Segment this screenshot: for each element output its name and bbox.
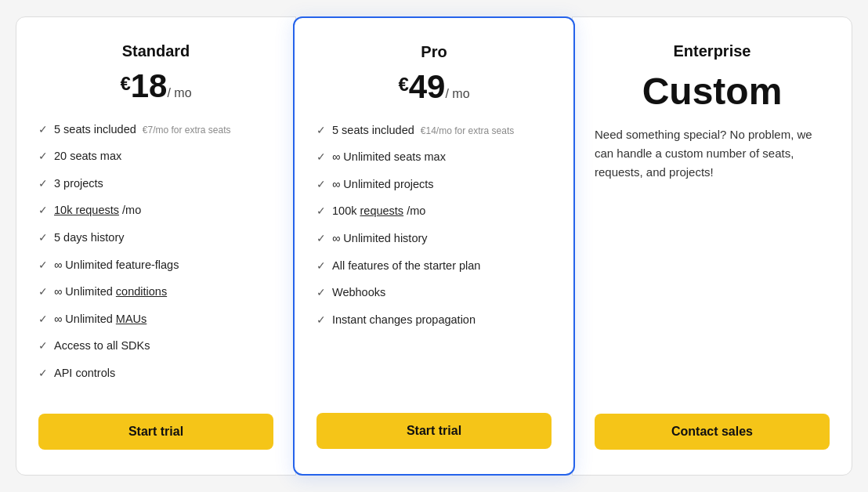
pro-start-trial-button[interactable]: Start trial (316, 413, 552, 449)
list-item: ✓ 5 seats included €7/mo for extra seats (38, 121, 273, 138)
list-item: ✓ API controls (38, 365, 273, 382)
list-item: ✓ 5 seats included €14/mo for extra seat… (316, 122, 552, 139)
list-item: ✓ 3 projects (38, 175, 273, 192)
pro-plan-card: Pro €49/ mo ✓ 5 seats included €14/mo fo… (293, 16, 575, 476)
check-icon: ✓ (316, 150, 326, 165)
check-icon: ✓ (38, 122, 48, 138)
enterprise-plan-name: Enterprise (595, 42, 830, 60)
feature-extra: €7/mo for extra seats (143, 125, 231, 136)
check-icon: ✓ (38, 258, 48, 273)
list-item: ✓ ∞ Unlimited MAUs (38, 311, 273, 327)
pro-currency: € (398, 74, 408, 95)
check-icon: ✓ (38, 230, 48, 246)
check-icon: ✓ (316, 177, 326, 193)
list-item: ✓ Webhooks (316, 284, 552, 301)
check-icon: ✓ (38, 366, 48, 382)
check-icon: ✓ (38, 203, 48, 219)
check-icon: ✓ (316, 231, 326, 247)
pro-price-amount: 49 (409, 68, 446, 105)
list-item: ✓ ∞ Unlimited feature-flags (38, 257, 273, 273)
check-icon: ✓ (316, 313, 326, 328)
check-icon: ✓ (38, 338, 48, 354)
list-item: ✓ ∞ Unlimited conditions (38, 284, 273, 300)
pro-plan-name: Pro (316, 43, 552, 61)
standard-start-trial-button[interactable]: Start trial (38, 414, 273, 450)
list-item: ✓ ∞ Unlimited history (316, 230, 552, 247)
enterprise-plan-card: Enterprise Custom Need something special… (572, 16, 852, 476)
pro-features-list: ✓ 5 seats included €14/mo for extra seat… (316, 122, 552, 392)
pricing-container: Standard €18/ mo ✓ 5 seats included €7/m… (16, 16, 852, 476)
check-icon: ✓ (38, 149, 48, 165)
standard-currency: € (120, 73, 130, 94)
standard-price-amount: 18 (131, 67, 168, 104)
check-icon: ✓ (316, 259, 326, 274)
check-icon: ✓ (316, 285, 326, 301)
standard-plan-price: €18/ mo (38, 70, 273, 103)
pro-plan-price: €49/ mo (316, 71, 552, 103)
list-item: ✓ 100k requests /mo (316, 203, 552, 219)
feature-extra: €14/mo for extra seats (421, 125, 514, 136)
check-icon: ✓ (38, 312, 48, 327)
check-icon: ✓ (316, 123, 326, 139)
enterprise-description: Need something special? No problem, we c… (595, 125, 830, 393)
standard-features-list: ✓ 5 seats included €7/mo for extra seats… (38, 121, 273, 393)
list-item: ✓ Instant changes propagation (316, 312, 552, 328)
list-item: ✓ Access to all SDKs (38, 338, 273, 354)
list-item: ✓ 20 seats max (38, 148, 273, 165)
pro-price-period: / mo (445, 87, 469, 100)
list-item: ✓ ∞ Unlimited projects (316, 176, 552, 193)
standard-plan-card: Standard €18/ mo ✓ 5 seats included €7/m… (16, 16, 296, 476)
list-item: ✓ ∞ Unlimited seats max (316, 149, 552, 165)
standard-price-period: / mo (167, 86, 191, 99)
check-icon: ✓ (38, 284, 48, 300)
list-item: ✓ 5 days history (38, 230, 273, 246)
standard-plan-name: Standard (38, 42, 273, 60)
contact-sales-button[interactable]: Contact sales (595, 414, 830, 450)
enterprise-custom-label: Custom (595, 70, 830, 113)
check-icon: ✓ (38, 176, 48, 192)
enterprise-content: Need something special? No problem, we c… (595, 125, 830, 450)
list-item: ✓ 10k requests /mo (38, 202, 273, 219)
check-icon: ✓ (316, 204, 326, 219)
list-item: ✓ All features of the starter plan (316, 258, 552, 274)
